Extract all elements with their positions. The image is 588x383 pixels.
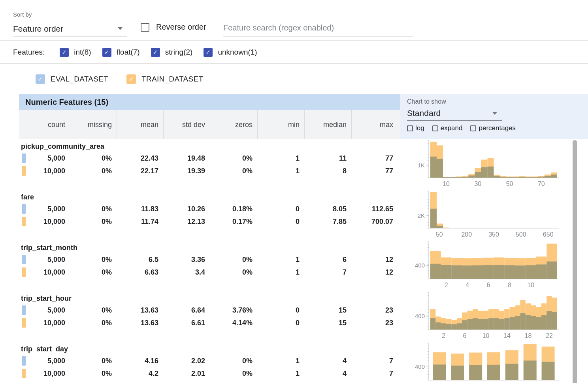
cell-count: 5,000 [19,304,70,317]
vertical-scrollbar[interactable] [573,140,577,383]
svg-text:10: 10 [482,332,490,339]
cell-missing: 0% [70,370,117,378]
cell-count: 10,000 [19,266,70,279]
checkbox-checked-icon: ✓ [126,74,136,84]
cell-max: 77 [351,167,398,175]
dataset-label: TRAIN_DATASET [141,75,203,83]
expand-checkbox[interactable]: expand [432,124,463,132]
cell-max: 23 [351,306,398,315]
cell-min: 1 [257,256,304,264]
cell-max: 12 [351,256,398,264]
stats-row-train-dataset: 10,0000%11.7412.130.17%07.85700.07 [19,215,400,228]
cell-zeros: 0% [210,154,257,163]
column-header-median: median [304,110,351,139]
cell-max: 112.65 [351,205,398,213]
train-dataset-checkbox[interactable]: ✓TRAIN_DATASET [126,74,203,84]
eval-dataset-checkbox[interactable]: ✓EVAL_DATASET [36,74,108,84]
cell-zeros: 0% [210,167,257,175]
cell-max: 77 [351,154,398,163]
column-header-count: count [19,110,70,139]
feature-type-filters: ✓int(8)✓float(7)✓string(2)✓unknown(1) [60,48,257,57]
reverse-order-checkbox[interactable]: Reverse order [141,23,206,32]
feature-type-filter-unknown[interactable]: ✓unknown(1) [204,48,257,57]
svg-text:70: 70 [538,180,545,187]
cell-median: 11 [304,154,351,163]
cell-std-dev: 19.48 [163,154,210,163]
cell-std-dev: 6.64 [163,306,210,315]
svg-text:200: 200 [461,231,472,238]
cell-mean: 4.2 [117,370,163,378]
feature-search-input[interactable] [223,20,413,36]
cell-mean: 11.74 [117,218,163,226]
svg-text:8: 8 [508,282,511,288]
cell-count: 10,000 [19,367,70,380]
svg-text:14: 14 [503,332,511,339]
feature-type-label: int(8) [74,48,91,57]
cell-max: 23 [351,319,398,327]
svg-text:50: 50 [506,180,513,187]
cell-median: 7.85 [304,218,351,226]
cell-min: 1 [257,167,304,175]
svg-text:350: 350 [488,231,499,238]
sort-by-label: Sort by [13,11,32,18]
cell-median: 7 [304,268,351,277]
percentages-checkbox[interactable]: percentages [470,124,516,132]
cell-count: 10,000 [19,317,70,329]
cell-zeros: 0.18% [210,205,257,213]
stats-row-eval-dataset: 5,0000%13.636.643.76%01523 [19,304,400,317]
cell-median: 15 [304,306,351,315]
chart-type-select[interactable]: Standard [407,108,502,121]
feature-type-label: unknown(1) [218,48,257,57]
option-label: expand [441,124,463,132]
histogram-trip_start_hour: 4002610141822 [400,291,582,342]
cell-min: 1 [257,268,304,277]
cell-min: 1 [257,357,304,365]
cell-max: 7 [351,370,398,378]
feature-type-filter-string[interactable]: ✓string(2) [151,48,193,57]
sort-order-select[interactable]: Feature order [13,21,127,36]
chevron-down-icon [492,112,497,115]
cell-std-dev: 2.02 [163,357,210,365]
chevron-down-icon [118,27,122,30]
dataset-legend: ✓EVAL_DATASET✓TRAIN_DATASET [36,74,203,84]
feature-name: trip_start_month [19,243,400,253]
cell-zeros: 4.14% [210,319,257,327]
sort-order-value: Feature order [13,24,63,34]
cell-median: 4 [304,370,351,378]
log-checkbox[interactable]: log [407,124,424,132]
cell-min: 0 [257,205,304,213]
svg-text:2: 2 [445,282,448,288]
svg-text:10: 10 [527,282,534,288]
stats-row-train-dataset: 10,0000%4.22.010%147 [19,367,400,380]
cell-zeros: 0% [210,256,257,264]
train-dataset-swatch [22,267,26,277]
svg-text:500: 500 [516,231,526,238]
column-header-mean: mean [117,110,163,139]
feature-group-pickup_community_area: pickup_community_area5,0000%22.4319.480%… [19,139,400,190]
cell-min: 1 [257,154,304,163]
toolbar: Sort by Feature order Reverse order [0,0,588,41]
eval-dataset-swatch [22,154,26,163]
svg-text:22: 22 [546,332,553,339]
feature-name: trip_start_day [19,344,400,355]
eval-dataset-swatch [22,305,26,315]
count-value: 10,000 [43,319,65,327]
cell-std-dev: 6.61 [163,319,210,327]
cell-mean: 22.17 [117,167,163,175]
cell-median: 4 [304,357,351,365]
cell-missing: 0% [70,357,117,365]
feature-type-filter-int[interactable]: ✓int(8) [60,48,91,57]
feature-type-filter-float[interactable]: ✓float(7) [102,48,140,57]
cell-missing: 0% [70,218,117,226]
svg-text:18: 18 [525,332,532,339]
cell-max: 700.07 [351,218,398,226]
checkbox-unchecked-icon [407,125,413,131]
cell-count: 10,000 [19,165,70,177]
cell-mean: 13.63 [117,306,163,315]
checkbox-checked-icon: ✓ [151,48,160,57]
dataset-legend-row: ✓EVAL_DATASET✓TRAIN_DATASET [0,64,588,94]
svg-text:30: 30 [474,180,481,187]
option-label: log [415,124,424,132]
checkbox-unchecked-icon [141,23,149,32]
cell-missing: 0% [70,154,117,163]
